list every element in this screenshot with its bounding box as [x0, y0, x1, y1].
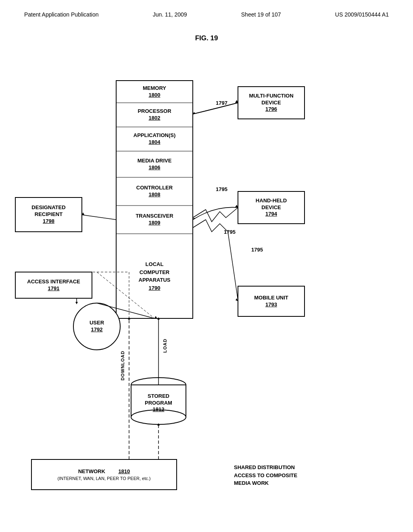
controller-label: CONTROLLER1808: [116, 177, 193, 206]
ref-1795c: 1795: [251, 247, 263, 253]
svg-marker-34: [157, 423, 160, 426]
header-left: Patent Application Publication: [24, 11, 98, 18]
processor-label: PROCESSOR1802: [116, 103, 193, 127]
ref-1795b: 1795: [224, 229, 236, 235]
svg-marker-21: [235, 205, 238, 208]
ref-1795a: 1795: [216, 186, 227, 192]
transceiver-label: TRANSCEIVER1809: [116, 206, 193, 234]
access-interface-label: ACCESS INTERFACE1791: [15, 272, 92, 298]
header-sheet: Sheet 19 of 107: [241, 11, 281, 18]
stored-program-label: STOREDPROGRAM1812: [131, 387, 186, 419]
handheld-device-label: HAND-HELDDEVICE1794: [238, 191, 305, 224]
load-label: LOAD: [163, 339, 167, 353]
svg-line-17: [193, 103, 238, 114]
svg-marker-25: [82, 212, 84, 215]
header-date: Jun. 11, 2009: [153, 11, 187, 18]
svg-marker-36: [75, 302, 78, 304]
download-label: DOWNLOAD: [120, 351, 125, 380]
network-label: NETWORK 1810 (INTERNET, WAN, LAN, PEER T…: [31, 459, 177, 490]
local-computer-label: LOCALCOMPUTERAPPARATUS1790: [116, 234, 193, 318]
svg-line-18: [193, 103, 238, 114]
mobile-unit-label: MOBILE UNIT1793: [238, 286, 305, 316]
page: Patent Application Publication Jun. 11, …: [0, 0, 413, 532]
svg-marker-22: [193, 218, 195, 220]
designated-recipient-label: DESIGNATEDRECIPIENT1798: [15, 197, 82, 232]
ref-1797: 1797: [216, 100, 227, 106]
user-label: USER1792: [73, 314, 120, 339]
memory-label: MEMORY1800: [116, 81, 193, 103]
figure-title: FIG. 19: [195, 34, 218, 42]
media-drive-label: MEDIA DRIVE1806: [116, 151, 193, 177]
multifunction-device-label: MULTI-FUNCTIONDEVICE1796: [238, 87, 305, 119]
header-patent: US 2009/0150444 A1: [335, 11, 389, 18]
svg-marker-19: [235, 100, 238, 103]
svg-marker-20: [193, 112, 195, 114]
diagram-svg: [0, 0, 413, 532]
header: Patent Application Publication Jun. 11, …: [24, 11, 389, 18]
svg-line-24: [82, 215, 116, 220]
shared-distribution-label: SHARED DISTRIBUTIONACCESS TO COMPOSITEME…: [234, 463, 323, 487]
applications-label: APPLICATION(S)1804: [116, 127, 193, 151]
